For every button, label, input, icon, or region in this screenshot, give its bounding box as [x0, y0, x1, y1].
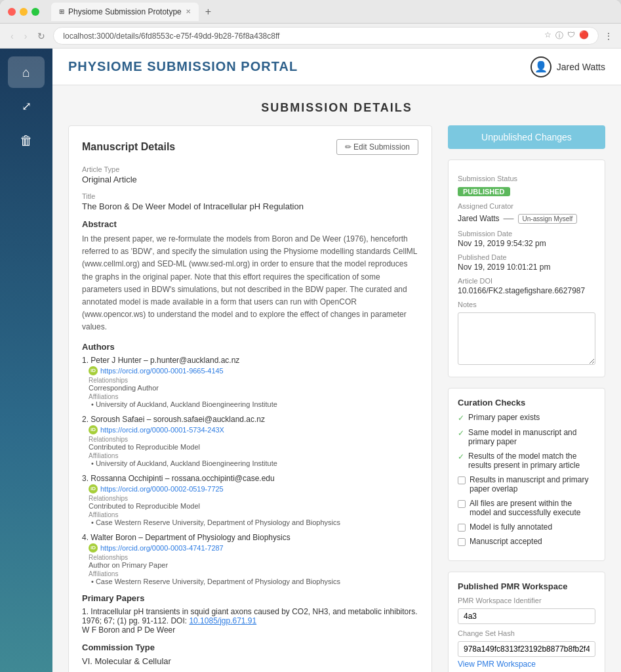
authors-list: 1. Peter J Hunter – p.hunter@auckland.ac…: [82, 356, 418, 585]
check-item: Manuscript accepted: [458, 537, 595, 546]
submission-date-value: Nov 19, 2019 9:54:32 pm: [458, 239, 595, 248]
back-button[interactable]: ‹: [8, 30, 16, 43]
doi-link[interactable]: 10.1085/jgp.671.91: [189, 616, 256, 625]
orcid-row: iD https://orcid.org/0000-0001-9665-4145: [89, 366, 418, 375]
orcid-row: iD https://orcid.org/0000-0003-4741-7287: [89, 543, 418, 553]
author-item: 3. Rossanna Occhipinti – rossana.occhipi…: [82, 474, 418, 526]
expand-icon: ⤢: [22, 99, 31, 114]
article-type-field: Article Type Original Article: [82, 165, 418, 184]
commission-type-label: Commission Type: [82, 642, 418, 652]
orcid-row: iD https://orcid.org/0000-0001-5734-243X: [89, 425, 418, 434]
shield-icon: 🛡: [567, 30, 575, 41]
affiliations-label: Affiliations: [89, 452, 418, 459]
relationships-value: Contributed to Reproducible Model: [89, 443, 418, 451]
notes-label: Notes: [458, 301, 595, 308]
app-container: ⌂ ⤢ 🗑 PHYSIOME SUBMISSION PORTAL 👤 Jared…: [0, 49, 621, 672]
author-item: 2. Soroush Safaei – soroush.safaei@auckl…: [82, 415, 418, 467]
curation-checks-section: Curation Checks ✓ Primary paper exists ✓…: [448, 388, 605, 561]
bookmark-icon: ☆: [544, 30, 551, 41]
check-label: Primary paper exists: [468, 413, 540, 422]
author-item: 4. Walter Boron – Department of Physiolo…: [82, 533, 418, 585]
relationships-label: Relationships: [89, 554, 418, 561]
check-empty[interactable]: [458, 476, 466, 484]
tab-title: Physiome Submission Prototype: [68, 7, 182, 16]
affiliations-label: Affiliations: [89, 393, 418, 400]
panel-title: Manuscript Details: [82, 141, 175, 153]
authors-label: Authors: [82, 342, 418, 352]
user-area: 👤 Jared Watts: [531, 56, 605, 77]
orcid-link[interactable]: https://orcid.org/0000-0003-4741-7287: [100, 544, 224, 552]
url-icons: ☆ ⓘ 🛡 🔴: [544, 30, 589, 41]
titlebar: ⊞ Physiome Submission Prototype ✕ +: [0, 0, 621, 24]
tab-close-icon[interactable]: ✕: [186, 8, 191, 15]
relationships-label: Relationships: [89, 495, 418, 502]
info-icon: ⓘ: [555, 30, 563, 41]
author-item: 1. Peter J Hunter – p.hunter@auckland.ac…: [82, 356, 418, 408]
maximize-button[interactable]: [31, 8, 39, 16]
pmr-workspace-id-input[interactable]: [458, 608, 595, 624]
changeset-hash-label: Change Set Hash: [458, 629, 595, 637]
reload-button[interactable]: ↻: [35, 30, 48, 43]
menu-icon[interactable]: ⋮: [604, 31, 613, 41]
authors-field: Authors 1. Peter J Hunter – p.hunter@auc…: [82, 342, 418, 585]
primary-papers-field: Primary Papers 1. Intracellular pH trans…: [82, 593, 418, 635]
traffic-lights: [8, 8, 39, 16]
check-empty[interactable]: [458, 500, 466, 508]
sidebar: ⌂ ⤢ 🗑: [0, 49, 52, 672]
changeset-hash-input[interactable]: [458, 641, 595, 657]
unassign-button[interactable]: Un-assign Myself: [518, 214, 578, 224]
url-bar[interactable]: localhost:3000/details/6fd8553c-e75f-49d…: [53, 27, 599, 45]
abstract-field: Abstract In the present paper, we re-for…: [82, 219, 418, 334]
sidebar-item-home[interactable]: ⌂: [8, 56, 45, 88]
sidebar-item-expand[interactable]: ⤢: [8, 91, 45, 122]
unpublished-changes-button[interactable]: Unpublished Changes: [448, 125, 605, 149]
tab-favicon: ⊞: [59, 8, 64, 15]
check-item: ✓ Primary paper exists: [458, 413, 595, 423]
affiliations-label: Affiliations: [89, 570, 418, 578]
paper-citation: 1976; 67; (1) pg. 91-112. DOI: 10.1085/j…: [82, 616, 256, 625]
status-badge: PUBLISHED: [458, 187, 510, 196]
orcid-link[interactable]: https://orcid.org/0000-0001-5734-243X: [100, 426, 224, 434]
title-value: The Boron & De Weer Model of Intracellul…: [82, 201, 418, 211]
check-empty[interactable]: [458, 524, 466, 532]
check-item: Results in manuscript and primary paper …: [458, 475, 595, 494]
orcid-badge: iD: [89, 543, 98, 553]
minimize-button[interactable]: [20, 8, 28, 16]
manuscript-panel: Manuscript Details ✏ Edit Submission Art…: [68, 125, 432, 672]
url-text: localhost:3000/details/6fd8553c-e75f-49d…: [63, 32, 544, 41]
right-panel: Unpublished Changes Submission Status PU…: [448, 125, 605, 672]
page-heading: SUBMISSION DETAILS: [52, 85, 621, 125]
browser-actions: ⋮: [604, 31, 613, 41]
view-pmr-link[interactable]: View PMR Workspace: [458, 660, 595, 669]
author-name: 3. Rossanna Occhipinti – rossana.occhipi…: [82, 474, 418, 483]
curator-row: Jared Watts — Un-assign Myself: [458, 213, 595, 224]
check-item: ✓ Same model in manuscript and primary p…: [458, 428, 595, 446]
close-button[interactable]: [8, 8, 16, 16]
new-tab-button[interactable]: +: [201, 6, 215, 18]
title-label: Title: [82, 192, 418, 200]
notes-textarea[interactable]: [458, 312, 595, 365]
check-label: Results in manuscript and primary paper …: [470, 475, 595, 494]
primary-papers-label: Primary Papers: [82, 593, 418, 603]
published-date-label: Published Date: [458, 253, 595, 261]
check-label: Manuscript accepted: [470, 537, 542, 546]
affiliation-value: • University of Auckland, Auckland Bioen…: [91, 459, 418, 467]
active-tab[interactable]: ⊞ Physiome Submission Prototype ✕: [51, 3, 199, 21]
relationships-label: Relationships: [89, 377, 418, 384]
pmr-workspace-id-label: PMR Workspace Identifier: [458, 597, 595, 604]
top-nav: PHYSIOME SUBMISSION PORTAL 👤 Jared Watts: [52, 49, 621, 85]
orcid-link[interactable]: https://orcid.org/0000-0002-0519-7725: [100, 485, 224, 493]
author-name: 4. Walter Boron – Department of Physiolo…: [82, 533, 418, 542]
submission-info-section: Submission Status PUBLISHED Assigned Cur…: [448, 159, 605, 377]
orcid-row: iD https://orcid.org/0000-0002-0519-7725: [89, 484, 418, 494]
sidebar-item-trash[interactable]: 🗑: [8, 125, 45, 156]
check-empty[interactable]: [458, 538, 466, 546]
check-icon: ✓: [458, 413, 464, 423]
orcid-link[interactable]: https://orcid.org/0000-0001-9665-4145: [100, 367, 224, 375]
user-name: Jared Watts: [557, 62, 605, 72]
edit-submission-button[interactable]: ✏ Edit Submission: [336, 139, 418, 155]
abstract-value: In the present paper, we re-formulate th…: [82, 233, 418, 334]
primary-papers-list: 1. Intracellular pH transients in squid …: [82, 607, 418, 635]
forward-button[interactable]: ›: [22, 30, 30, 43]
check-label: All files are present within the model a…: [470, 499, 595, 517]
